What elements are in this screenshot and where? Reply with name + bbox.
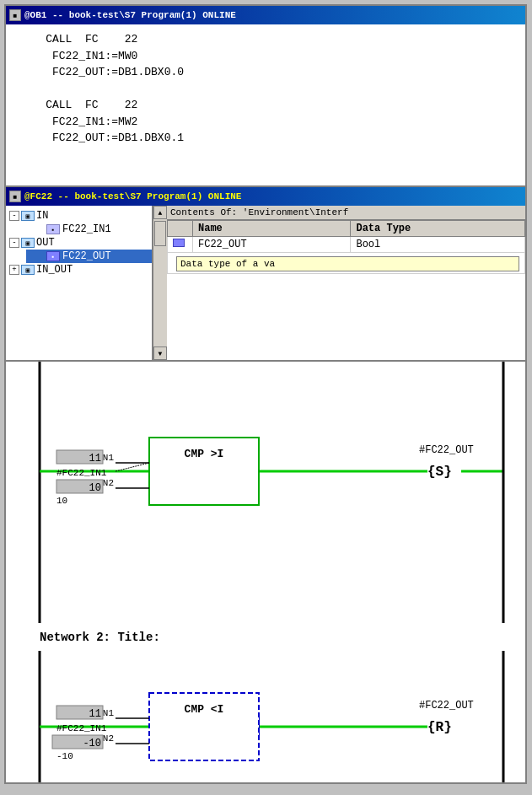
code-line-5: CALL FC 22 <box>19 97 512 114</box>
tree-scrollbar[interactable]: ▲ ▼ <box>153 206 167 360</box>
tree-pane: - ▣ IN ▪ FC22_IN1 - ▣ OUT ▪ <box>6 206 153 360</box>
ob1-window-icon: ■ <box>9 9 21 21</box>
code-line-2: FC22_IN1:=MW0 <box>19 48 512 65</box>
table-pane: Contents Of: 'Environment\Interf Name Da… <box>167 206 525 360</box>
svg-text:#FC22_OUT: #FC22_OUT <box>419 444 474 456</box>
expand-out-icon[interactable]: - <box>9 238 19 248</box>
code-line-7: FC22_OUT:=DB1.DBX0.1 <box>19 130 512 147</box>
svg-text:{S}: {S} <box>427 465 452 480</box>
svg-text:-10: -10 <box>83 738 101 749</box>
expand-in-icon[interactable]: - <box>9 211 19 221</box>
var-in1-icon: ▪ <box>46 224 60 234</box>
svg-text:11: 11 <box>89 708 101 720</box>
var-table: Name Data Type FC22_OUT Bool <box>167 220 525 274</box>
tooltip-row: Data type of a va <box>168 253 525 274</box>
folder-inout-icon: ▣ <box>21 265 35 275</box>
fc22-titlebar: ■ @FC22 -- book-test\S7 Program(1) ONLIN… <box>6 187 525 206</box>
fc22-window-icon: ■ <box>9 191 21 202</box>
svg-text:#FC22_OUT: #FC22_OUT <box>419 700 474 712</box>
svg-text:10: 10 <box>89 482 101 494</box>
svg-text:CMP <I: CMP <I <box>185 703 224 716</box>
tooltip-text: Data type of a va <box>180 259 275 269</box>
svg-text:11: 11 <box>89 453 101 465</box>
folder-in-icon: ▣ <box>21 211 35 221</box>
table-header-row: Contents Of: 'Environment\Interf <box>167 206 525 220</box>
code-line-4 <box>19 81 512 98</box>
svg-text:10: 10 <box>56 496 67 506</box>
tree-item-fc22-in1[interactable]: ▪ FC22_IN1 <box>26 223 152 236</box>
col-header-name <box>168 221 193 237</box>
network2-label: Network 2: Title: <box>6 627 525 647</box>
folder-out-icon: ▣ <box>21 238 35 248</box>
window-fc22: ■ @FC22 -- book-test\S7 Program(1) ONLIN… <box>4 185 527 784</box>
col-header-datatype: Data Type <box>351 221 525 237</box>
col-header-name2: Name <box>193 221 351 237</box>
tree-item-out[interactable]: - ▣ OUT <box>6 236 152 250</box>
tooltip-cell: Data type of a va <box>168 253 525 274</box>
svg-text:{R}: {R} <box>427 720 452 735</box>
expand-inout-icon[interactable]: + <box>9 265 19 275</box>
code-line-6: FC22_IN1:=MW2 <box>19 114 512 131</box>
row-icon-cell <box>168 237 193 253</box>
ladder-area: CMP >I IN1 11 #FC22_IN1 IN2 10 10 #FC22_… <box>6 362 525 782</box>
network1-diagram: CMP >I IN1 11 #FC22_IN1 IN2 10 10 #FC22_… <box>6 362 525 623</box>
ob1-title: @OB1 -- book-test\S7 Program(1) ONLINE <box>24 10 236 20</box>
ob1-content: CALL FC 22 FC22_IN1:=MW0 FC22_OUT:=DB1.D… <box>6 24 525 192</box>
var-out-icon: ▪ <box>46 251 60 261</box>
ob1-titlebar: ■ @OB1 -- book-test\S7 Program(1) ONLINE <box>6 6 525 24</box>
tree-label-fc22-in1: FC22_IN1 <box>62 223 111 235</box>
split-pane: - ▣ IN ▪ FC22_IN1 - ▣ OUT ▪ <box>6 206 525 362</box>
tree-label-fc22-out: FC22_OUT <box>62 250 111 262</box>
svg-text:-10: -10 <box>56 751 73 761</box>
svg-text:#FC22_IN1: #FC22_IN1 <box>56 468 107 478</box>
fc22-title: @FC22 -- book-test\S7 Program(1) ONLINE <box>24 191 241 201</box>
tree-item-in[interactable]: - ▣ IN <box>6 209 152 223</box>
scrollbar-down-btn[interactable]: ▼ <box>153 346 167 360</box>
code-line-3: FC22_OUT:=DB1.DBX0.0 <box>19 64 512 81</box>
tree-label-in: IN <box>36 210 48 222</box>
scrollbar-up-btn[interactable]: ▲ <box>153 206 167 219</box>
tree-item-in-out[interactable]: + ▣ IN_OUT <box>6 263 152 277</box>
contents-header-label: Contents Of: 'Environment\Interf <box>170 207 348 218</box>
tree-label-in-out: IN_OUT <box>36 264 73 276</box>
table-row[interactable]: FC22_OUT Bool <box>168 237 525 253</box>
row-name-cell: FC22_OUT <box>193 237 351 253</box>
tree-label-out: OUT <box>36 237 55 249</box>
code-line-1: CALL FC 22 <box>19 31 512 48</box>
tree-item-fc22-out[interactable]: ▪ FC22_OUT <box>26 250 152 263</box>
scrollbar-thumb[interactable] <box>154 221 166 246</box>
window-ob1: ■ @OB1 -- book-test\S7 Program(1) ONLINE… <box>4 4 527 194</box>
row-var-icon <box>173 239 185 247</box>
tooltip-box: Data type of a va <box>176 256 519 271</box>
svg-text:CMP >I: CMP >I <box>185 448 224 460</box>
network2-diagram: CMP <I IN1 11 #FC22_IN1 IN2 -10 -10 #FC2… <box>6 651 525 782</box>
svg-text:#FC22_IN1: #FC22_IN1 <box>56 723 107 733</box>
row-datatype-cell: Bool <box>351 237 525 253</box>
